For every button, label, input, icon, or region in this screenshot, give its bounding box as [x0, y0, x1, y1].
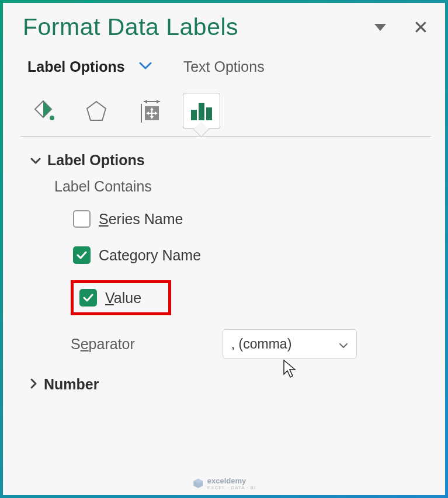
tab-label-options[interactable]: Label Options: [27, 58, 125, 75]
svg-marker-1: [87, 102, 106, 120]
svg-rect-11: [191, 110, 197, 120]
svg-rect-13: [206, 107, 212, 120]
section-label-options[interactable]: Label Options: [23, 152, 429, 169]
watermark: exceldemy EXCEL · DATA · BI: [192, 476, 256, 490]
checkbox-label: Value: [105, 290, 141, 307]
svg-marker-3: [144, 100, 147, 103]
fill-line-icon[interactable]: [25, 93, 62, 129]
label-options-icon[interactable]: [183, 93, 220, 129]
checkbox-icon: [73, 210, 91, 228]
panel-options-dropdown-icon[interactable]: [374, 24, 386, 31]
divider: [20, 136, 431, 137]
size-properties-icon[interactable]: [130, 93, 168, 129]
checkbox-category-name[interactable]: Category Name: [71, 244, 207, 266]
separator-select[interactable]: , (comma): [223, 329, 357, 358]
chevron-down-icon[interactable]: [139, 62, 152, 72]
chevron-down-icon: [339, 336, 348, 352]
checkbox-icon: [73, 246, 91, 264]
svg-point-0: [50, 116, 54, 120]
label-contains-heading: Label Contains: [54, 178, 429, 195]
section-label: Number: [44, 376, 99, 393]
section-number[interactable]: Number: [23, 376, 429, 393]
checkbox-icon: [79, 289, 97, 307]
chevron-down-icon: [30, 152, 41, 169]
checkbox-label: Series Name: [99, 211, 183, 228]
effects-icon[interactable]: [78, 93, 115, 129]
svg-marker-4: [157, 100, 160, 103]
checkbox-value[interactable]: Value: [71, 280, 171, 315]
close-icon[interactable]: ✕: [413, 16, 429, 39]
checkbox-label: Category Name: [99, 247, 201, 264]
section-label: Label Options: [47, 152, 145, 169]
tab-text-options[interactable]: Text Options: [183, 58, 265, 75]
select-value: , (comma): [231, 336, 292, 352]
panel-title: Format Data Labels: [23, 13, 238, 41]
separator-label: Separator: [71, 336, 135, 353]
cursor-icon: [282, 359, 297, 382]
svg-rect-12: [199, 103, 204, 120]
chevron-right-icon: [30, 376, 38, 393]
format-data-labels-panel: Format Data Labels ✕ Label Options Text …: [3, 3, 445, 495]
checkbox-series-name[interactable]: Series Name: [71, 208, 189, 230]
